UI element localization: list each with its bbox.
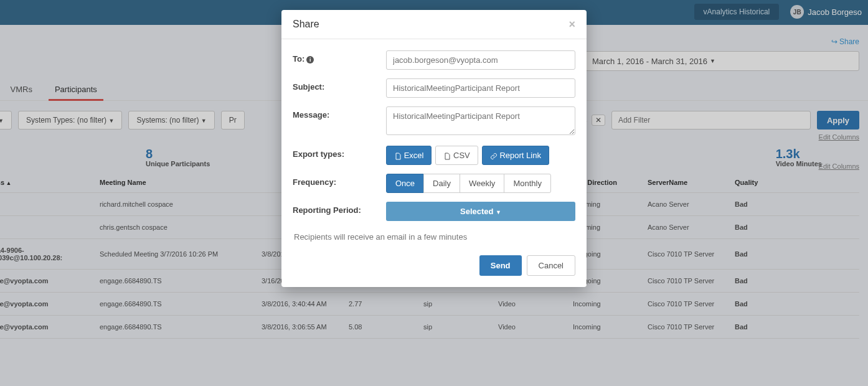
chevron-down-icon: ▼ (496, 209, 501, 215)
message-label: Message: (293, 106, 386, 120)
freq-daily-button[interactable]: Daily (423, 174, 460, 193)
file-csv-icon (443, 153, 451, 160)
to-input[interactable] (386, 50, 575, 70)
message-textarea[interactable] (386, 106, 575, 135)
send-button[interactable]: Send (479, 255, 522, 276)
to-label: To:i (293, 50, 386, 64)
export-types-label: Export types: (293, 146, 386, 159)
export-csv-button[interactable]: CSV (435, 146, 478, 165)
reporting-period-dropdown[interactable]: Selected ▼ (386, 202, 575, 221)
subject-label: Subject: (293, 78, 386, 92)
link-icon (490, 153, 498, 160)
file-excel-icon (394, 153, 402, 160)
reporting-period-label: Reporting Period: (293, 202, 386, 215)
modal-note: Recipients will receive an email in a fe… (293, 230, 575, 250)
info-icon[interactable]: i (306, 56, 314, 64)
export-link-button[interactable]: Report Link (482, 146, 549, 165)
export-excel-button[interactable]: Excel (386, 146, 432, 165)
freq-weekly-button[interactable]: Weekly (460, 174, 504, 193)
close-icon[interactable]: × (568, 19, 575, 30)
cancel-button[interactable]: Cancel (527, 255, 575, 276)
freq-monthly-button[interactable]: Monthly (504, 174, 551, 193)
subject-input[interactable] (386, 78, 575, 98)
frequency-label: Frequency: (293, 174, 386, 187)
modal-title: Share (293, 19, 319, 30)
freq-once-button[interactable]: Once (386, 174, 424, 193)
share-modal: Share × To:i Subject: Message: Export ty… (281, 10, 587, 287)
